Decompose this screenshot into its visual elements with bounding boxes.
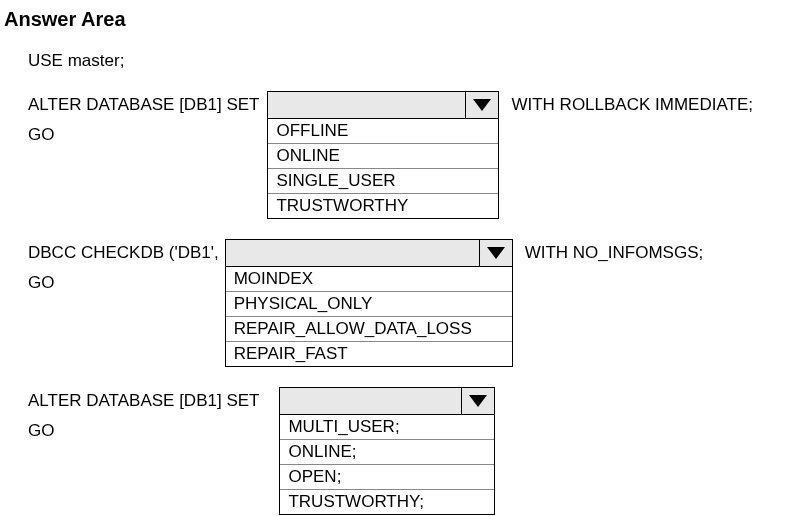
sql-rollback-suffix: WITH ROLLBACK IMMEDIATE;	[511, 91, 753, 115]
chevron-down-icon	[473, 99, 491, 111]
sql-go-3: GO	[28, 421, 259, 441]
option-open[interactable]: OPEN;	[280, 465, 494, 490]
chevron-down-icon	[487, 247, 505, 259]
sql-dbcc-prefix: DBCC CHECKDB ('DB1',	[28, 239, 219, 263]
dropdown-1-header[interactable]	[267, 91, 499, 119]
option-multi-user[interactable]: MULTI_USER;	[280, 415, 494, 440]
option-trustworthy[interactable]: TRUSTWORTHY	[268, 194, 498, 218]
option-online-2[interactable]: ONLINE;	[280, 440, 494, 465]
dropdown-1-options: OFFLINE ONLINE SINGLE_USER TRUSTWORTHY	[267, 119, 499, 219]
option-offline[interactable]: OFFLINE	[268, 119, 498, 144]
dropdown-1-arrow[interactable]	[465, 92, 498, 118]
dropdown-3-header[interactable]	[279, 387, 495, 415]
svg-marker-0	[473, 99, 491, 111]
dropdown-2[interactable]: MOINDEX PHYSICAL_ONLY REPAIR_ALLOW_DATA_…	[225, 239, 513, 367]
dropdown-3[interactable]: MULTI_USER; ONLINE; OPEN; TRUSTWORTHY;	[279, 387, 495, 515]
answer-area-title: Answer Area	[4, 8, 812, 31]
sql-go-2: GO	[28, 273, 219, 293]
option-online[interactable]: ONLINE	[268, 144, 498, 169]
sql-noinfomsgs-suffix: WITH NO_INFOMSGS;	[525, 239, 704, 263]
dropdown-2-header[interactable]	[225, 239, 513, 267]
chevron-down-icon	[469, 395, 487, 407]
svg-marker-2	[469, 395, 487, 407]
option-physical-only[interactable]: PHYSICAL_ONLY	[226, 292, 512, 317]
option-moindex[interactable]: MOINDEX	[226, 267, 512, 292]
option-trustworthy-2[interactable]: TRUSTWORTHY;	[280, 490, 494, 514]
section-3: ALTER DATABASE [DB1] SET GO MULTI_USER; …	[28, 387, 812, 515]
section-2: DBCC CHECKDB ('DB1', GO MOINDEX PHYSICAL…	[28, 239, 812, 367]
sql-alter-db1-prefix-2: ALTER DATABASE [DB1] SET	[28, 387, 259, 411]
option-repair-fast[interactable]: REPAIR_FAST	[226, 342, 512, 366]
option-single-user[interactable]: SINGLE_USER	[268, 169, 498, 194]
sql-go-1: GO	[28, 125, 259, 145]
option-repair-allow-data-loss[interactable]: REPAIR_ALLOW_DATA_LOSS	[226, 317, 512, 342]
dropdown-3-arrow[interactable]	[461, 388, 494, 414]
sql-alter-db1-prefix: ALTER DATABASE [DB1] SET	[28, 91, 259, 115]
svg-marker-1	[487, 247, 505, 259]
section-1: ALTER DATABASE [DB1] SET GO OFFLINE ONLI…	[28, 91, 812, 219]
sql-use-master: USE master;	[28, 51, 812, 71]
dropdown-3-options: MULTI_USER; ONLINE; OPEN; TRUSTWORTHY;	[279, 415, 495, 515]
dropdown-2-options: MOINDEX PHYSICAL_ONLY REPAIR_ALLOW_DATA_…	[225, 267, 513, 367]
dropdown-1[interactable]: OFFLINE ONLINE SINGLE_USER TRUSTWORTHY	[267, 91, 499, 219]
dropdown-2-arrow[interactable]	[479, 240, 512, 266]
